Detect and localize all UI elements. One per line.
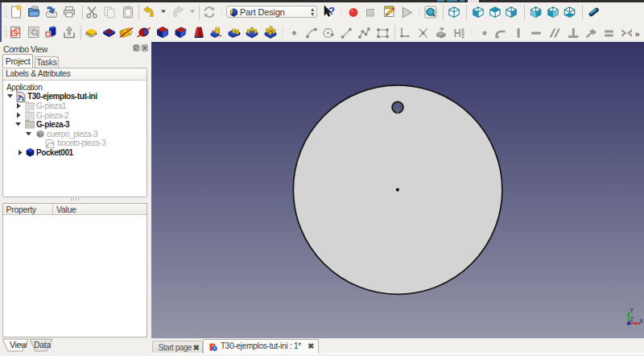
- svg-text:X: X: [640, 318, 644, 324]
- svg-text:Y: Y: [630, 308, 634, 313]
- svg-text:»: »: [635, 30, 640, 39]
- svg-text:?: ?: [328, 5, 335, 17]
- svg-text:Data: Data: [34, 340, 51, 350]
- svg-text:View: View: [10, 340, 27, 350]
- svg-text:Z: Z: [630, 317, 634, 322]
